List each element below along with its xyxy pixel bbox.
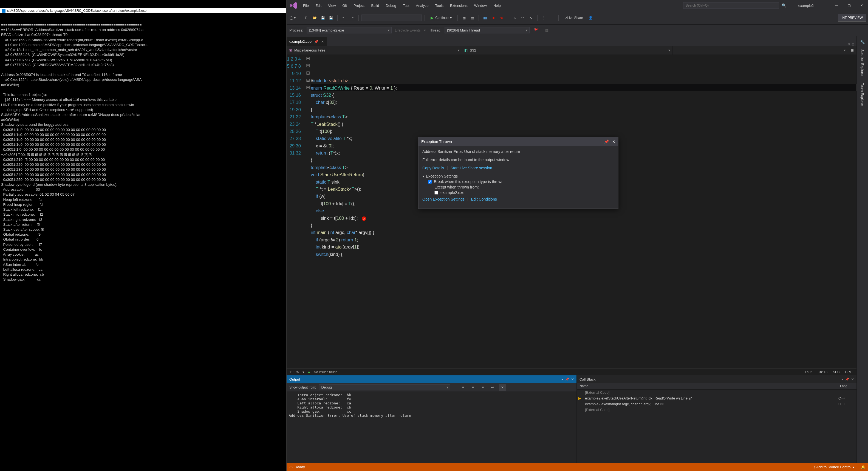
thread-dropdown[interactable]: [30264] Main Thread — [444, 27, 530, 33]
menu-build[interactable]: Build — [368, 1, 382, 10]
dropdown-icon[interactable]: ▾ — [841, 377, 843, 381]
console-titlebar[interactable]: c:\MSDN\cpp-docs-pr\docs\c-language\ASAN… — [0, 8, 286, 13]
module-checkbox-input[interactable] — [434, 191, 438, 195]
module-checkbox[interactable]: example2.exe — [434, 191, 614, 195]
output-tool-3[interactable]: ≡ — [479, 384, 486, 391]
menu-view[interactable]: View — [325, 1, 339, 10]
open-exception-settings-link[interactable]: Open Exception Settings — [422, 197, 465, 201]
tool-button[interactable]: ⋮ — [540, 14, 548, 21]
output-wrap-button[interactable]: ↩ — [489, 384, 496, 391]
exception-header[interactable]: Exception Thrown 📌 ✕ — [418, 137, 618, 146]
tab-dropdown-icon[interactable]: ▾ — [848, 42, 850, 46]
config-dropdown[interactable] — [362, 14, 422, 21]
search-icon[interactable]: 🔍 — [781, 3, 787, 8]
fold-gutter[interactable]: ⊟ ⊟ ⊟ ⊟ ⊟ — [305, 55, 311, 369]
col-name[interactable]: Name — [577, 383, 837, 389]
pin-icon[interactable]: 📌 — [565, 377, 569, 381]
console-output[interactable]: ========================================… — [0, 21, 286, 283]
callstack-rows[interactable]: [External Code]▶example2.exe!StackUseAft… — [577, 390, 857, 463]
debug-windows-button-2[interactable]: ▦ — [469, 14, 476, 21]
close-icon[interactable]: ✕ — [851, 377, 854, 381]
step-out-button[interactable]: ↖ — [527, 14, 534, 21]
output-panel-title[interactable]: Output ▾ 📌 ✕ — [287, 375, 577, 383]
col-lang[interactable]: Lang — [837, 383, 857, 389]
except-label: Except when thrown from: — [434, 185, 614, 189]
callstack-row[interactable]: [External Code] — [577, 407, 857, 413]
break-checkbox-input[interactable] — [428, 180, 432, 183]
exception-settings-expander[interactable]: ▾ Exception Settings — [422, 174, 614, 178]
code-content[interactable]: #include <stdlib.h>enum ReadOrWrite { Re… — [311, 55, 857, 369]
solution-explorer-tab[interactable]: Solution Explorer — [859, 46, 866, 79]
solution-explorer-icon[interactable]: ⊞ — [851, 42, 854, 46]
liveshare-button[interactable]: ↗ Live Share — [561, 14, 586, 21]
output-clear-button[interactable]: ✕ — [499, 384, 506, 391]
split-button[interactable]: ⊞ — [848, 46, 857, 55]
pin-icon[interactable]: 📌 — [314, 40, 318, 43]
minimize-button[interactable]: — — [830, 1, 843, 9]
menu-tools[interactable]: Tools — [432, 1, 447, 10]
pin-icon[interactable]: 📌 — [845, 377, 849, 381]
edit-conditions-link[interactable]: Edit Conditions — [471, 197, 497, 201]
member-dropdown[interactable] — [673, 46, 848, 55]
menu-project[interactable]: Project — [350, 1, 368, 10]
type-dropdown[interactable]: ◧S32 — [462, 46, 673, 55]
copy-details-link[interactable]: Copy Details — [422, 166, 444, 170]
step-over-button[interactable]: ↷ — [519, 14, 526, 21]
team-explorer-tab[interactable]: Team Explorer — [859, 80, 866, 109]
menu-analyze[interactable]: Analyze — [412, 1, 432, 10]
maximize-button[interactable]: ▢ — [843, 1, 856, 9]
output-tool-1[interactable]: ≡ — [459, 384, 466, 391]
close-button[interactable]: ✕ — [856, 1, 868, 9]
notifications-icon[interactable]: 🔔 — [861, 465, 865, 469]
output-tool-2[interactable]: ≡ — [469, 384, 476, 391]
close-icon[interactable]: ✕ — [571, 377, 574, 381]
stop-button[interactable]: ■ — [490, 14, 497, 21]
stack-frame-button[interactable]: ▦ — [543, 27, 551, 34]
continue-button[interactable]: ▶ Continue ▾ — [428, 14, 455, 21]
callstack-row[interactable]: [External Code] — [577, 390, 857, 395]
callstack-panel-title[interactable]: Call Stack ▾ 📌 ✕ — [577, 375, 857, 383]
callstack-row[interactable]: example2.exe!main(int argc, char * * arg… — [577, 401, 857, 407]
open-button[interactable]: 📂 — [311, 14, 318, 21]
pin-icon[interactable]: 📌 — [604, 139, 609, 144]
nav-back-button[interactable]: ◯ ▾ — [288, 14, 297, 21]
code-editor[interactable]: 1 2 3 4 5 6 7 8 9 10 11 12 13 14 15 16 1… — [287, 55, 857, 369]
menu-window[interactable]: Window — [471, 1, 490, 10]
new-button[interactable]: 🗋 — [303, 14, 310, 21]
break-checkbox[interactable]: Break when this exception type is thrown — [428, 179, 614, 184]
menu-help[interactable]: Help — [490, 1, 504, 10]
menu-git[interactable]: Git — [339, 1, 350, 10]
menu-extensions[interactable]: Extensions — [447, 1, 471, 10]
output-text[interactable]: Intra object redzone: bb ASan internal: … — [287, 392, 577, 463]
save-button[interactable]: 💾 — [319, 14, 327, 21]
process-dropdown[interactable]: [13464] example2.exe — [307, 27, 392, 33]
add-source-control[interactable]: ↑ Add to Source Control ▴ — [814, 465, 854, 469]
step-into-button[interactable]: ↘ — [511, 14, 518, 21]
redo-button[interactable]: ↷ — [348, 14, 356, 21]
properties-button[interactable]: 🔧 — [859, 38, 866, 45]
menu-edit[interactable]: Edit — [312, 1, 325, 10]
output-source-dropdown[interactable]: Debug — [319, 384, 450, 390]
dropdown-icon[interactable]: ▾ — [561, 377, 563, 381]
error-glyph[interactable]: ✕ — [362, 216, 366, 221]
flag-button[interactable]: 🚩 — [533, 27, 540, 34]
search-input[interactable] — [683, 2, 779, 9]
debug-windows-button[interactable]: ▦ — [461, 14, 468, 21]
navigation-bar: ▣Miscellaneous Files ◧S32 ⊞ — [287, 46, 857, 55]
tool-button-2[interactable]: ⋮ — [549, 14, 556, 21]
menu-debug[interactable]: Debug — [382, 1, 399, 10]
pause-button[interactable]: ▮▮ — [482, 14, 489, 21]
menu-test[interactable]: Test — [400, 1, 413, 10]
scope-dropdown[interactable]: ▣Miscellaneous Files — [287, 46, 462, 55]
menu-file[interactable]: File — [300, 1, 312, 10]
restart-button[interactable]: ⟲ — [498, 14, 505, 21]
close-icon[interactable]: ✕ — [612, 139, 615, 144]
liveshare-link[interactable]: Start Live Share session... — [451, 166, 495, 170]
save-all-button[interactable]: 💾 — [328, 14, 335, 21]
zoom-level[interactable]: 111 % — [289, 370, 299, 374]
file-tab-example2[interactable]: example2.cpp 📌 ✕ — [287, 37, 327, 46]
feedback-button[interactable]: 👤 — [587, 14, 594, 21]
undo-button[interactable]: ↶ — [340, 14, 347, 21]
callstack-row[interactable]: ▶example2.exe!StackUseAfterReturn(int Id… — [577, 395, 857, 401]
close-icon[interactable]: ✕ — [321, 40, 324, 43]
